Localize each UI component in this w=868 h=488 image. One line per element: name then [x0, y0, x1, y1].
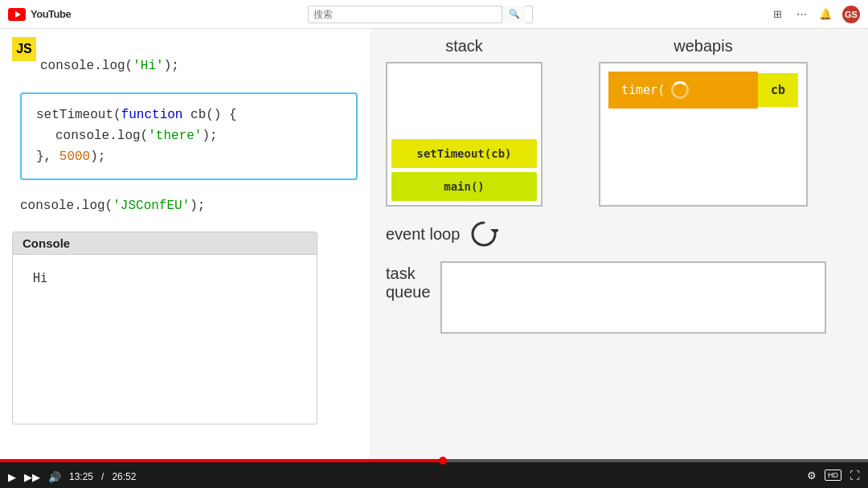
settings-icon[interactable]: ⚙: [807, 470, 817, 482]
upload-icon[interactable]: ⊞: [770, 7, 784, 22]
notification-icon[interactable]: 🔔: [818, 7, 833, 22]
player-right-controls: ⚙ HD ⛶: [807, 466, 860, 482]
total-time: 26:52: [112, 471, 136, 482]
logo-area[interactable]: YouTube: [8, 8, 71, 21]
stack-item-main: main(): [391, 172, 537, 201]
play-button[interactable]: ▶: [8, 471, 16, 483]
youtube-logo-icon: [8, 8, 26, 21]
time-separator: /: [101, 471, 104, 482]
search-input[interactable]: [309, 9, 502, 20]
webapi-cb-box: cb: [758, 73, 798, 107]
console-output: Hi: [13, 255, 317, 301]
topbar: YouTube 🔍 ⊞ ⋯ 🔔 GS: [0, 0, 868, 29]
viz-top-row: stack setTimeout(cb) main() webapis time…: [386, 37, 852, 207]
avatar[interactable]: GS: [842, 6, 860, 23]
hd-badge: HD: [825, 470, 841, 481]
bottom-player-bar[interactable]: ▶ ▶▶ 🔊 13:25 / 26:52 ⚙ HD ⛶: [0, 459, 868, 488]
webapi-timer-box: timer(: [608, 72, 758, 109]
stack-column: stack setTimeout(cb) main(): [386, 37, 542, 207]
event-loop-icon: [469, 219, 498, 248]
progress-dot: [439, 457, 447, 465]
event-loop-row: event loop: [386, 215, 852, 253]
progress-bar[interactable]: [0, 459, 443, 462]
right-panel: stack setTimeout(cb) main() webapis time…: [370, 29, 868, 478]
webapis-title: webapis: [674, 37, 732, 55]
stack-area: setTimeout(cb) main(): [386, 62, 542, 207]
current-time: 13:25: [69, 471, 93, 482]
task-queue-section: task queue: [386, 261, 852, 334]
stack-item-settimeout: setTimeout(cb): [391, 139, 537, 168]
skip-button[interactable]: ▶▶: [24, 471, 40, 483]
progress-container[interactable]: [0, 459, 868, 462]
code-consolelog-hi: console.log('Hi');: [40, 59, 179, 73]
youtube-wordmark: YouTube: [31, 8, 71, 20]
task-queue-box: [440, 261, 826, 334]
timer-spinner-icon: [671, 81, 689, 99]
js-logo: JS: [12, 37, 36, 61]
webapi-cb-label: cb: [771, 83, 785, 97]
code-jsconfeu: console.log('JSConfEU');: [20, 190, 358, 222]
topbar-right: ⊞ ⋯ 🔔 GS: [770, 6, 860, 23]
console-panel: Console Hi: [12, 232, 317, 424]
search-bar[interactable]: 🔍: [308, 6, 533, 23]
left-panel: JS console.log('Hi'); setTimeout(functio…: [0, 29, 370, 478]
main-content: JS console.log('Hi'); setTimeout(functio…: [0, 29, 868, 478]
webapi-timer-row: timer( cb: [608, 72, 798, 109]
fullscreen-icon[interactable]: ⛶: [850, 470, 860, 482]
webapis-column: webapis timer( cb: [599, 37, 808, 207]
code-settimeout-line2: console.log('there');: [55, 126, 342, 147]
volume-button[interactable]: 🔊: [48, 471, 61, 483]
apps-icon[interactable]: ⋯: [794, 7, 809, 22]
code-settimeout-line1: setTimeout(function cb() {: [36, 105, 342, 126]
code-settimeout-line3: }, 5000);: [36, 147, 342, 168]
stack-title: stack: [445, 37, 483, 55]
console-header: Console: [13, 232, 317, 255]
webapi-timer-label: timer(: [621, 83, 665, 97]
search-button[interactable]: 🔍: [502, 6, 526, 23]
code-block-settimeout: setTimeout(function cb() { console.log('…: [20, 92, 358, 180]
event-loop-label: event loop: [386, 225, 460, 244]
task-queue-label: task queue: [386, 261, 431, 301]
console-hi-output: Hi: [33, 271, 47, 285]
webapis-area: timer( cb: [599, 62, 808, 207]
code-line-1: console.log('Hi');: [40, 53, 358, 79]
